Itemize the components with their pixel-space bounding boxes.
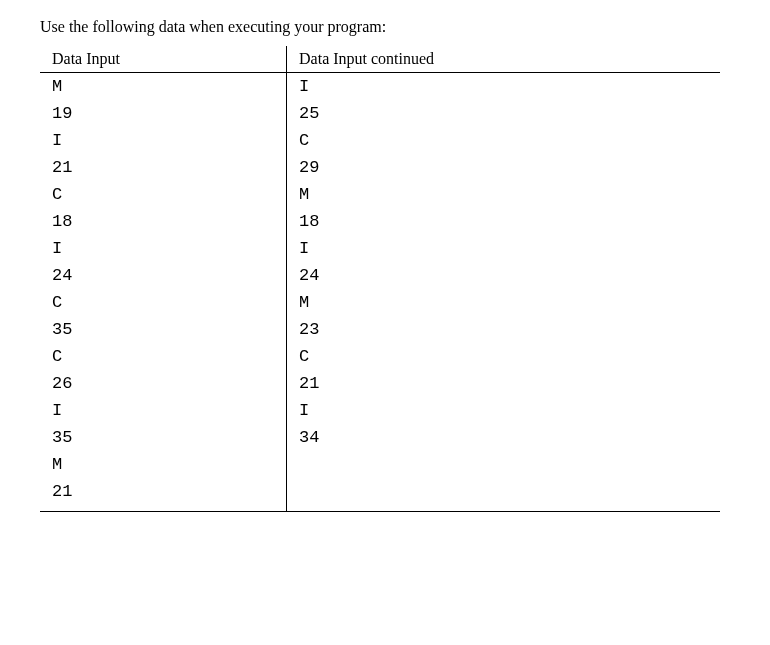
data-cell-left: M — [40, 451, 287, 478]
data-cell-left: 21 — [40, 154, 287, 181]
data-cell-right: I — [287, 397, 720, 424]
data-cell-left: C — [40, 289, 287, 316]
data-cell-left: 35 — [40, 424, 287, 451]
data-cell-left: 18 — [40, 208, 287, 235]
column-header-left: Data Input — [40, 46, 287, 73]
intro-text: Use the following data when executing yo… — [40, 18, 750, 36]
data-cell-left: I — [40, 127, 287, 154]
column-header-right: Data Input continued — [287, 46, 720, 73]
data-cell-right: C — [287, 127, 720, 154]
data-cell-right: I — [287, 73, 720, 101]
data-cell-right: 21 — [287, 370, 720, 397]
data-cell-left: 35 — [40, 316, 287, 343]
table-bottom-border — [40, 505, 287, 512]
data-cell-right: 25 — [287, 100, 720, 127]
data-cell-left: 24 — [40, 262, 287, 289]
data-cell-left: M — [40, 73, 287, 101]
data-cell-left: 21 — [40, 478, 287, 505]
data-cell-right — [287, 451, 720, 478]
data-cell-right: M — [287, 181, 720, 208]
data-cell-right: 18 — [287, 208, 720, 235]
data-cell-left: 26 — [40, 370, 287, 397]
data-cell-left: C — [40, 181, 287, 208]
data-cell-right: I — [287, 235, 720, 262]
data-cell-right: 29 — [287, 154, 720, 181]
data-cell-right: 34 — [287, 424, 720, 451]
data-cell-right: M — [287, 289, 720, 316]
data-cell-right: 24 — [287, 262, 720, 289]
data-input-table: Data Input Data Input continued MI1925IC… — [40, 46, 720, 512]
data-cell-right: 23 — [287, 316, 720, 343]
data-cell-left: I — [40, 235, 287, 262]
document-page: Use the following data when executing yo… — [0, 0, 770, 645]
table-bottom-border — [287, 505, 720, 512]
data-cell-right — [287, 478, 720, 505]
data-cell-left: 19 — [40, 100, 287, 127]
data-cell-left: C — [40, 343, 287, 370]
data-cell-right: C — [287, 343, 720, 370]
data-cell-left: I — [40, 397, 287, 424]
